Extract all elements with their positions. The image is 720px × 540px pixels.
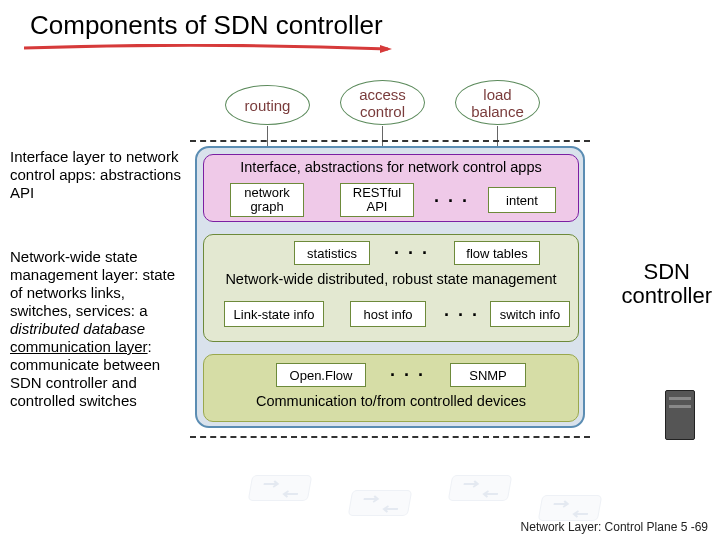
- ellipsis-icon: · · ·: [394, 243, 429, 264]
- app-access-control: accesscontrol: [340, 80, 425, 125]
- box-network-graph: networkgraph: [230, 183, 304, 217]
- slide-footer: Network Layer: Control Plane 5 -69: [521, 520, 708, 534]
- box-intent: intent: [488, 187, 556, 213]
- app-routing: routing: [225, 85, 310, 125]
- app-load-balance: loadbalance: [455, 80, 540, 125]
- ellipsis-icon: · · ·: [434, 191, 469, 212]
- sdn-controller-body: Interface, abstractions for network cont…: [195, 146, 585, 428]
- box-flow-tables: flow tables: [454, 241, 540, 265]
- dashed-separator-bottom: [190, 436, 590, 438]
- connector: [497, 126, 498, 146]
- state-layer-desc: Network-wide state management layer: sta…: [10, 248, 185, 410]
- box-statistics: statistics: [294, 241, 370, 265]
- sdn-controller-label: SDNcontroller: [622, 260, 712, 308]
- interface-layer-caption: Interface, abstractions for network cont…: [204, 159, 578, 175]
- interface-layer-panel: Interface, abstractions for network cont…: [203, 154, 579, 222]
- server-icon: [665, 390, 695, 440]
- box-switch-info: switch info: [490, 301, 570, 327]
- ellipsis-icon: · · ·: [444, 305, 479, 326]
- box-link-state: Link-state info: [224, 301, 324, 327]
- state-layer-caption: Network-wide distributed, robust state m…: [204, 271, 578, 287]
- switch-icon: [348, 490, 413, 516]
- box-host-info: host info: [350, 301, 426, 327]
- title-underline: [22, 44, 392, 50]
- box-openflow: Open.Flow: [276, 363, 366, 387]
- switch-icon: [248, 475, 313, 501]
- comm-layer-panel: Open.Flow · · · SNMP Communication to/fr…: [203, 354, 579, 422]
- interface-layer-desc: Interface layer to network control apps:…: [10, 148, 185, 202]
- switch-icon: [538, 495, 603, 521]
- switch-icon: [448, 475, 513, 501]
- state-layer-panel: statistics · · · flow tables Network-wid…: [203, 234, 579, 342]
- comm-layer-caption: Communication to/from controlled devices: [204, 393, 578, 409]
- connector: [267, 126, 268, 146]
- connector: [382, 126, 383, 146]
- slide-title: Components of SDN controller: [0, 0, 720, 41]
- ellipsis-icon: · · ·: [390, 365, 425, 386]
- box-restful-api: RESTfulAPI: [340, 183, 414, 217]
- dashed-separator-top: [190, 140, 590, 142]
- box-snmp: SNMP: [450, 363, 526, 387]
